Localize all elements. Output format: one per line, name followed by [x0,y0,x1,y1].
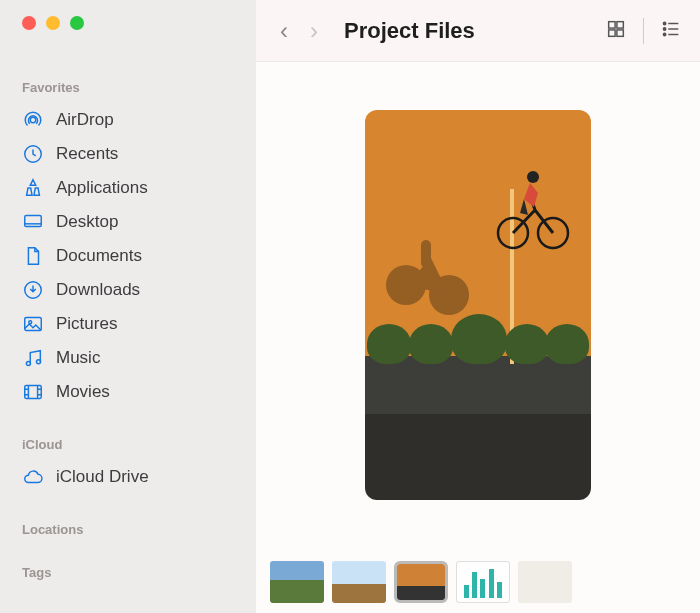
svg-point-0 [30,117,36,123]
sidebar-section-favorites: Favorites [22,80,256,95]
desktop-icon [22,211,44,233]
sidebar-item-label: Recents [56,144,118,164]
finder-window: Favorites AirDrop Recents Applications D… [0,0,700,613]
cloud-icon [22,466,44,488]
svg-point-7 [36,360,40,364]
preview-element-biker [495,165,570,255]
sidebar-item-label: Movies [56,382,110,402]
list-view-button[interactable] [660,18,682,44]
window-controls [0,16,256,30]
preview-element-shadow [371,220,481,330]
sidebar-item-label: Applications [56,178,148,198]
icon-view-button[interactable] [605,18,627,44]
minimize-window-button[interactable] [46,16,60,30]
sidebar-item-label: iCloud Drive [56,467,149,487]
svg-point-13 [663,22,665,24]
sidebar-item-label: Pictures [56,314,117,334]
sidebar-item-documents[interactable]: Documents [0,239,256,273]
preview-element-bush [451,314,507,364]
preview-element-bush [505,324,549,364]
preview-element-bush [545,324,589,364]
sidebar-item-label: Music [56,348,100,368]
svg-point-6 [26,361,30,365]
selected-file-preview[interactable] [365,110,591,500]
sidebar-item-recents[interactable]: Recents [0,137,256,171]
sidebar-item-label: Desktop [56,212,118,232]
thumbnail-item[interactable] [332,561,386,603]
sidebar-item-pictures[interactable]: Pictures [0,307,256,341]
sidebar-item-icloud-drive[interactable]: iCloud Drive [0,460,256,494]
forward-button[interactable]: › [304,17,324,45]
sidebar-item-airdrop[interactable]: AirDrop [0,103,256,137]
sidebar-item-label: Downloads [56,280,140,300]
svg-point-21 [527,171,539,183]
toolbar: ‹ › Project Files [256,0,700,62]
document-icon [22,245,44,267]
sidebar-item-applications[interactable]: Applications [0,171,256,205]
svg-rect-12 [617,29,623,35]
thumbnail-item[interactable] [518,561,572,603]
gallery-content [256,62,700,613]
sidebar-item-music[interactable]: Music [0,341,256,375]
svg-rect-2 [25,216,42,227]
sidebar-item-label: AirDrop [56,110,114,130]
sidebar-item-movies[interactable]: Movies [0,375,256,409]
sidebar-section-tags[interactable]: Tags [22,565,256,580]
sidebar-section-icloud: iCloud [22,437,256,452]
zoom-window-button[interactable] [70,16,84,30]
main-pane: ‹ › Project Files [256,0,700,613]
thumbnail-item[interactable] [456,561,510,603]
preview-element-bush [367,324,411,364]
thumbnail-item[interactable] [270,561,324,603]
thumbnail-strip [256,561,700,603]
back-button[interactable]: ‹ [274,17,294,45]
svg-rect-10 [617,21,623,27]
sidebar-item-downloads[interactable]: Downloads [0,273,256,307]
folder-title: Project Files [344,18,595,44]
downloads-icon [22,279,44,301]
toolbar-divider [643,18,644,44]
close-window-button[interactable] [22,16,36,30]
svg-rect-18 [421,240,431,268]
applications-icon [22,177,44,199]
sidebar-section-locations[interactable]: Locations [22,522,256,537]
music-icon [22,347,44,369]
thumbnail-item-selected[interactable] [394,561,448,603]
svg-rect-8 [25,386,42,399]
airdrop-icon [22,109,44,131]
clock-icon [22,143,44,165]
svg-point-15 [663,33,665,35]
sidebar: Favorites AirDrop Recents Applications D… [0,0,256,613]
svg-point-14 [663,27,665,29]
preview-element-bush [409,324,453,364]
svg-rect-11 [609,29,615,35]
sidebar-item-label: Documents [56,246,142,266]
sidebar-item-desktop[interactable]: Desktop [0,205,256,239]
movies-icon [22,381,44,403]
pictures-icon [22,313,44,335]
svg-rect-9 [609,21,615,27]
